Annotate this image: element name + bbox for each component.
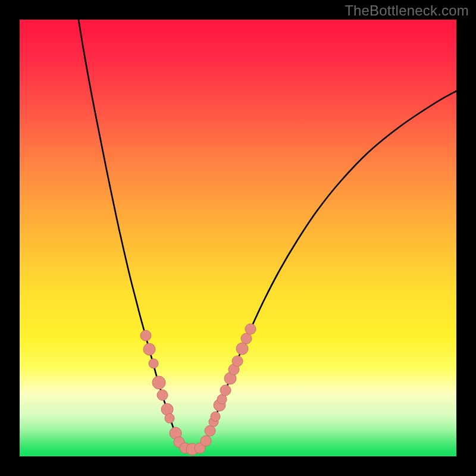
scatter-point	[232, 356, 243, 367]
scatter-point	[211, 412, 220, 421]
scatter-point	[220, 385, 231, 396]
scatter-point	[140, 330, 151, 341]
scatter-point	[157, 390, 168, 400]
scatter-point	[205, 425, 215, 436]
scatter-markers	[140, 324, 256, 455]
scatter-point	[161, 403, 173, 415]
scatter-point	[241, 333, 252, 344]
bottleneck-curve	[79, 20, 456, 450]
scatter-point	[152, 376, 165, 389]
scatter-point	[201, 436, 211, 446]
scatter-point	[143, 343, 155, 355]
watermark-label: TheBottleneck.com	[345, 2, 469, 19]
curve-layer	[20, 20, 456, 456]
scatter-point	[245, 324, 256, 334]
scatter-point	[165, 414, 174, 423]
chart-frame: TheBottleneck.com	[0, 0, 476, 476]
scatter-point	[149, 359, 158, 368]
scatter-point	[236, 343, 248, 355]
plot-area	[20, 20, 456, 456]
